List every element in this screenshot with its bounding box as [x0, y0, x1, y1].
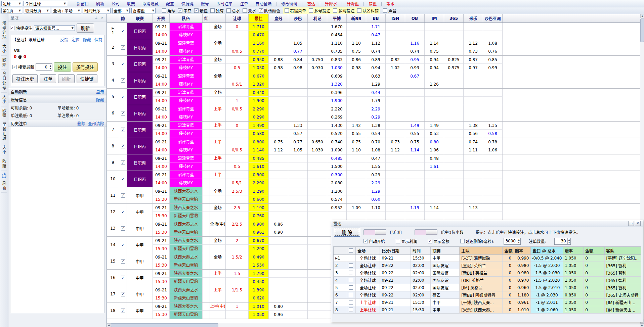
odds-cell[interactable]: 0.890.94	[366, 56, 386, 72]
radar-row[interactable]: 2全场让球09-2202:00国际友谊[皇冠] 英格兰00.980-1.5 @ …	[333, 262, 641, 269]
odds-cell[interactable]	[308, 89, 327, 105]
odds-cell[interactable]	[288, 270, 308, 286]
refresh-icon[interactable]	[2, 174, 6, 178]
radar-home-odds[interactable]: 1.010	[513, 306, 531, 313]
odds-cell[interactable]	[386, 187, 405, 203]
radar-line[interactable]: -1.5 @ 2.030	[531, 262, 563, 269]
best-odds-cell[interactable]: 0.9501.030	[249, 56, 269, 72]
radar-line[interactable]: -1.5 @ 2.010	[531, 284, 563, 291]
odds-cell[interactable]	[308, 204, 327, 220]
hide-checkbox[interactable]: ✓	[121, 193, 125, 198]
odds-cell[interactable]	[405, 187, 425, 203]
checkbox-显示利润[interactable]: 显示利润	[394, 238, 419, 244]
radar-away-odds[interactable]: 1.050	[563, 269, 584, 276]
odds-cell[interactable]	[386, 204, 405, 220]
checkbox-声音[interactable]: 声音	[382, 8, 398, 13]
hide-checkbox[interactable]: ✓	[121, 144, 125, 148]
odds-cell[interactable]	[386, 122, 405, 138]
checkbox-右键菜单[interactable]: 右键菜单	[283, 8, 307, 13]
checkbox-box[interactable]	[333, 8, 337, 13]
odds-cell[interactable]: 0.801.06	[425, 138, 444, 154]
odds-cell[interactable]: 2.2200.269	[327, 105, 347, 121]
odds-cell[interactable]	[405, 89, 425, 105]
radar-row-checkbox-box[interactable]	[349, 278, 353, 282]
odds-cell[interactable]	[425, 187, 444, 203]
odds-cell[interactable]	[288, 253, 308, 269]
menu-item-错盘[interactable]: 错盘	[365, 1, 380, 6]
odds-cell[interactable]	[269, 72, 288, 88]
best-odds-cell[interactable]: 0.6701.290	[249, 237, 269, 253]
odds-cell[interactable]	[405, 23, 425, 39]
odds-cell[interactable]: 1.26	[425, 72, 444, 88]
odds-cell[interactable]	[483, 23, 503, 39]
horizontal-scrollbar[interactable]: ◀ ▶	[107, 323, 644, 327]
odds-cell[interactable]: 0.860.98	[347, 56, 366, 72]
history-section[interactable]: 历史注单 删除 全部清除	[8, 120, 106, 127]
odds-cell[interactable]	[288, 237, 308, 253]
menu-item-即时注单[interactable]: 即时注单	[213, 1, 236, 6]
checkbox-box[interactable]	[396, 239, 400, 243]
odds-cell[interactable]: 1.19	[405, 204, 425, 220]
odds-cell[interactable]	[269, 187, 288, 203]
odds-cell[interactable]: 1.14	[425, 204, 444, 220]
radar-row-checkbox-box[interactable]	[349, 263, 353, 268]
best-odds-cell[interactable]: 2.2900.290	[249, 105, 269, 121]
radar-away-odds[interactable]: 1.050	[563, 284, 584, 291]
odds-cell[interactable]	[308, 187, 327, 203]
odds-cell[interactable]	[308, 154, 327, 171]
menu-item-升降水[interactable]: 升降水	[321, 1, 340, 6]
checkbox-多网投注[interactable]: 多网投注	[332, 8, 356, 13]
odds-cell[interactable]: 1.050.77	[288, 39, 308, 55]
best-odds-cell[interactable]: 0.3002.290	[249, 171, 269, 187]
menu-item-雷达[interactable]: 雷达	[304, 1, 318, 6]
odds-cell[interactable]	[425, 23, 444, 39]
radar-row[interactable]: 5全场让球09-2202:00国际友谊[IM] 英格兰00.960-1.5 @ …	[333, 284, 641, 291]
refresh-button[interactable]: 刷新	[58, 74, 75, 83]
best-odds-cell[interactable]: 1.7100.470	[249, 23, 269, 39]
hide-checkbox[interactable]: ✓	[121, 45, 125, 50]
radar-row-checkbox-box[interactable]	[349, 285, 353, 290]
odds-cell[interactable]: 1.420.55	[347, 122, 366, 138]
keep-link[interactable]: 保持	[94, 37, 102, 42]
checkbox-队伍颜色[interactable]: ✓队伍颜色	[257, 8, 282, 13]
filter-select-1[interactable]: 第1页▼	[1, 8, 22, 13]
menu-item-配置[interactable]: 配置	[163, 1, 177, 6]
checkbox-box[interactable]: ✓	[428, 239, 432, 243]
radar-away-odds[interactable]: 1.050	[563, 277, 584, 284]
pin-icon[interactable]: ⊥	[94, 15, 98, 20]
odds-cell[interactable]: 0.771.05	[288, 138, 308, 154]
radar-row-checkbox-box[interactable]	[349, 300, 353, 305]
odds-cell[interactable]: 0.950.93	[405, 56, 425, 72]
account-select[interactable]: 请选择账号... ▼	[34, 25, 75, 31]
odds-cell[interactable]: 1.120.74	[366, 39, 386, 55]
checkbox-box[interactable]: ✓	[259, 8, 263, 13]
stepper-up-icon[interactable]: ▲	[568, 238, 571, 241]
odds-cell[interactable]: 0.8250.975	[444, 56, 464, 72]
checkbox-box[interactable]	[285, 8, 289, 13]
side-strip-item-大小[interactable]: 大小	[1, 93, 7, 106]
odds-cell[interactable]: 0.751.12	[269, 138, 288, 154]
radar-home-odds[interactable]: 0.980	[513, 262, 531, 269]
odds-cell[interactable]	[386, 171, 405, 187]
checkbox-box[interactable]	[210, 8, 215, 13]
odds-cell[interactable]	[269, 253, 288, 269]
odds-cell[interactable]	[483, 204, 503, 220]
menu-item-账号[interactable]: 账号	[198, 1, 212, 6]
account-info-section[interactable]: 账号信息 隐藏	[8, 96, 106, 103]
odds-cell[interactable]: 0.441.79	[366, 89, 386, 105]
odds-cell[interactable]	[269, 23, 288, 39]
menu-item-自动登陆[interactable]: 自动登陆	[252, 1, 275, 6]
odds-cell[interactable]: 0.67	[405, 72, 425, 88]
odds-cell[interactable]	[483, 72, 503, 88]
checkbox-box[interactable]: ✓	[178, 8, 182, 13]
radar-line[interactable]: -0/0.5 @ 2.040	[531, 254, 563, 262]
odds-cell[interactable]	[288, 105, 308, 121]
odds-cell[interactable]	[308, 286, 327, 302]
odds-cell[interactable]: 0.800.96	[269, 302, 288, 319]
radar-line[interactable]: -1 @ 2.011	[531, 299, 563, 306]
side-strip-item-滚球让球[interactable]: 滚球让球	[1, 19, 7, 42]
checkbox-box[interactable]	[162, 8, 166, 13]
radar-line[interactable]: -1 @ 2.060	[531, 306, 563, 313]
radar-away-odds[interactable]: 0.850	[563, 291, 584, 298]
odds-cell[interactable]: 0.3002.080	[327, 171, 347, 187]
